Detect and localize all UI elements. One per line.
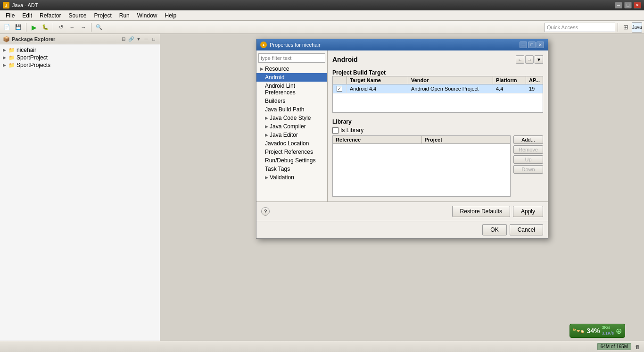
back-button[interactable]: ← [67, 22, 77, 33]
network-stats: 3K/s 3.1K/s [602, 325, 614, 336]
cancel-button[interactable]: Cancel [510, 224, 543, 235]
menu-refactor[interactable]: Refactor [36, 11, 65, 20]
down-button[interactable]: Down [513, 165, 543, 174]
nav-item-android-lint[interactable]: Android Lint Preferences [256, 82, 327, 97]
footer-right: Restore Defaults Apply [452, 206, 543, 217]
restore-defaults-button[interactable]: Restore Defaults [452, 206, 510, 217]
remove-button[interactable]: Remove [513, 145, 543, 154]
package-explorer-icon: 📦 [3, 36, 10, 42]
menu-source[interactable]: Source [65, 11, 90, 20]
tree-item-sportproject[interactable]: ▶ 📁 SportProject [1, 54, 159, 61]
help-button[interactable]: ? [261, 207, 270, 216]
close-button[interactable]: ✕ [634, 2, 641, 8]
nav-item-run-debug[interactable]: Run/Debug Settings [256, 156, 327, 165]
tree-label-nicehair: nicehair [17, 47, 36, 53]
dialog-app-icon: ● [260, 42, 267, 48]
nav-item-java-code-style[interactable]: ▶ Java Code Style [256, 114, 327, 122]
th-vendor: Vendor [408, 76, 493, 84]
nav-forward-button[interactable]: → [525, 55, 534, 64]
dialog-overlay: ● Properties for nicehair ─ □ ✕ [160, 34, 644, 329]
nav-item-task-tags[interactable]: Task Tags [256, 165, 327, 173]
filter-input[interactable] [258, 53, 325, 63]
debug-button[interactable]: 🐛 [40, 22, 50, 33]
nav-item-validation[interactable]: ▶ Validation [256, 173, 327, 182]
gc-icon[interactable]: 🗑 [635, 344, 640, 350]
run-button[interactable]: ▶ [29, 22, 39, 33]
nav-item-java-compiler[interactable]: ▶ Java Compiler [256, 122, 327, 131]
add-button[interactable]: Add... [513, 135, 543, 144]
nav-arrow-java-code-style: ▶ [265, 116, 270, 120]
panel-controls: ⊟ 🔗 ▼ ─ □ [120, 36, 157, 42]
memory-indicator[interactable]: 64M of 165M [597, 343, 631, 350]
library-table-area: Reference Project Add... Remove Up D [332, 135, 543, 197]
dialog-titlebar: ● Properties for nicehair ─ □ ✕ [256, 39, 548, 50]
nav-item-builders[interactable]: Builders [256, 97, 327, 105]
nav-item-resource[interactable]: ▶ Resource [256, 65, 327, 73]
checkbox-checked[interactable]: ✓ [337, 86, 342, 92]
package-tree: ▶ 📁 nicehair ▶ 📁 SportProject ▶ 📁 SportP… [0, 44, 160, 341]
network-add-icon[interactable]: ⊕ [616, 327, 622, 335]
menu-run[interactable]: Run [116, 11, 133, 20]
tree-arrow-sportproject: ▶ [3, 55, 8, 60]
maximize-panel-button[interactable]: □ [150, 36, 157, 42]
forward-button[interactable]: → [78, 22, 89, 33]
nav-dropdown-button[interactable]: ▼ [535, 55, 543, 64]
perspective-button[interactable]: ⊞ [620, 22, 631, 33]
dialog-minimize-button[interactable]: ─ [520, 42, 527, 48]
title-bar: J Java - ADT ─ □ ✕ [0, 0, 644, 10]
save-button[interactable]: 💾 [13, 22, 24, 33]
network-widget: 🍾 34% 3K/s 3.1K/s ⊕ [570, 324, 625, 338]
project-icon-sportprojects: 📁 [8, 62, 15, 68]
menu-file[interactable]: File [2, 11, 18, 20]
nav-item-android[interactable]: Android [256, 73, 327, 82]
collapse-all-button[interactable]: ⊟ [120, 36, 127, 42]
nav-arrow-resource: ▶ [260, 67, 265, 71]
new-button[interactable]: 📄 [2, 22, 12, 33]
ok-button[interactable]: OK [482, 224, 506, 235]
main-area: 📦 Package Explorer ⊟ 🔗 ▼ ─ □ ▶ 📁 nicehai… [0, 34, 644, 341]
build-target-section: Project Build Target Target Name Vendor … [332, 67, 543, 113]
build-target-table: Target Name Vendor Platform AP... ✓ [332, 76, 543, 113]
search-button[interactable]: 🔍 [94, 22, 104, 33]
tree-label-sportprojects: SportProjects [17, 62, 50, 68]
dialog-controls: ─ □ ✕ [520, 42, 544, 48]
refresh-button[interactable]: ↺ [56, 22, 66, 33]
nav-arrow-validation: ▶ [265, 175, 270, 180]
table-row[interactable]: ✓ Android 4.4 Android Open Source Projec… [333, 84, 543, 93]
dialog-close-button[interactable]: ✕ [537, 42, 544, 48]
nav-label-java-editor: Java Editor [270, 132, 298, 138]
project-icon-nicehair: 📁 [8, 47, 15, 53]
up-button[interactable]: Up [513, 155, 543, 164]
minimize-button[interactable]: ─ [615, 2, 622, 8]
maximize-button[interactable]: □ [624, 2, 632, 8]
java-perspective[interactable]: Java [632, 22, 642, 33]
nav-arrow-java-compiler: ▶ [265, 124, 270, 129]
menu-project[interactable]: Project [90, 11, 115, 20]
apply-button[interactable]: Apply [513, 206, 543, 217]
tree-item-sportprojects[interactable]: ▶ 📁 SportProjects [1, 61, 159, 69]
th-target-name: Target Name [347, 76, 408, 84]
minimize-panel-button[interactable]: ─ [143, 36, 149, 42]
nav-back-button[interactable]: ← [516, 55, 524, 64]
menu-window[interactable]: Window [133, 11, 161, 20]
nav-item-java-editor[interactable]: ▶ Java Editor [256, 131, 327, 139]
menu-bar: File Edit Refactor Source Project Run Wi… [0, 10, 644, 21]
td-target-name: Android 4.4 [347, 84, 408, 93]
dialog-maximize-button[interactable]: □ [528, 42, 536, 48]
status-right: 64M of 165M 🗑 [597, 343, 640, 350]
nav-item-project-refs[interactable]: Project References [256, 148, 327, 156]
tree-arrow-sportprojects: ▶ [3, 63, 8, 67]
menu-edit[interactable]: Edit [18, 11, 36, 20]
lib-th-project: Project [422, 136, 511, 143]
content-header: Android ← → ▼ [332, 55, 543, 64]
view-menu-button[interactable]: ▼ [135, 36, 142, 42]
properties-dialog: ● Properties for nicehair ─ □ ✕ [256, 39, 548, 239]
tree-item-nicehair[interactable]: ▶ 📁 nicehair [1, 46, 159, 54]
nav-item-java-build-path[interactable]: Java Build Path [256, 105, 327, 114]
row-checkbox[interactable]: ✓ [333, 84, 347, 93]
nav-item-javadoc[interactable]: Javadoc Location [256, 139, 327, 148]
menu-help[interactable]: Help [161, 11, 180, 20]
is-library-checkbox[interactable] [332, 127, 339, 134]
link-button[interactable]: 🔗 [128, 36, 134, 42]
quick-access-input[interactable]: Quick Access [545, 23, 615, 32]
